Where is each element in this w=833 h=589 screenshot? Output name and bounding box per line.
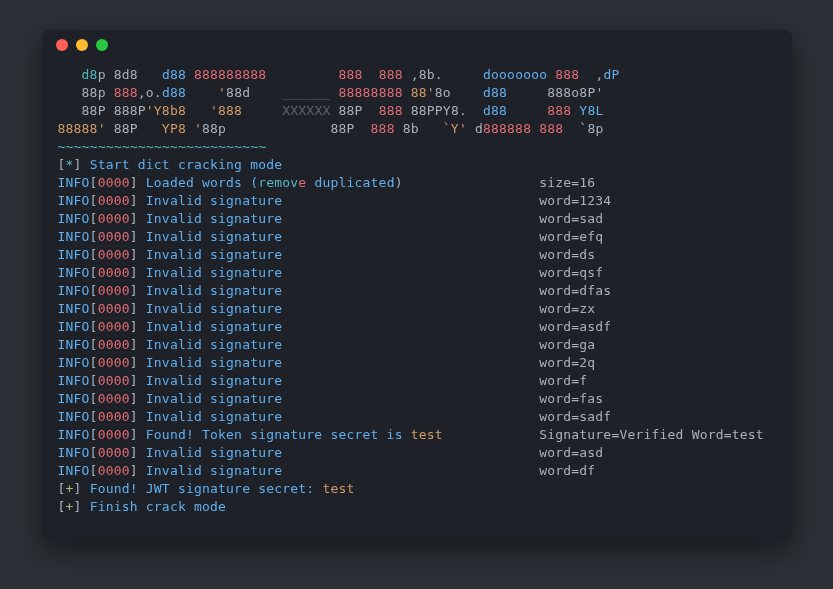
minimize-icon[interactable] <box>76 39 88 51</box>
log-line: INFO[0000] Invalid signature word=efq <box>58 228 776 246</box>
log-line: INFO[0000] Invalid signature word=qsf <box>58 264 776 282</box>
log-line: INFO[0000] Invalid signature word=fas <box>58 390 776 408</box>
log-line: INFO[0000] Invalid signature word=asdf <box>58 318 776 336</box>
log-line: INFO[0000] Invalid signature word=ga <box>58 336 776 354</box>
divider: ~~~~~~~~~~~~~~~~~~~~~~~~~~ <box>58 138 776 156</box>
result-line: [+] Found! JWT signature secret: test <box>58 480 776 498</box>
log-line: INFO[0000] Invalid signature word=2q <box>58 354 776 372</box>
ascii-banner: d8p 8d8 d88 888888888 888 888 ,8b. doooo… <box>58 66 776 138</box>
log-line: INFO[0000] Invalid signature word=asd <box>58 444 776 462</box>
log-line: INFO[0000] Invalid signature word=sadf <box>58 408 776 426</box>
terminal-window: d8p 8d8 d88 888888888 888 888 ,8b. doooo… <box>42 30 792 540</box>
close-icon[interactable] <box>56 39 68 51</box>
log-line: INFO[0000] Invalid signature word=df <box>58 462 776 480</box>
log-loaded: INFO[0000] Loaded words (remove duplicat… <box>58 174 776 192</box>
log-line: INFO[0000] Invalid signature word=dfas <box>58 282 776 300</box>
terminal-output: d8p 8d8 d88 888888888 888 888 ,8b. doooo… <box>42 60 792 540</box>
log-line: INFO[0000] Invalid signature word=zx <box>58 300 776 318</box>
zoom-icon[interactable] <box>96 39 108 51</box>
log-line: INFO[0000] Invalid signature word=1234 <box>58 192 776 210</box>
titlebar <box>42 30 792 60</box>
finish-line: [+] Finish crack mode <box>58 498 776 516</box>
log-line: INFO[0000] Invalid signature word=ds <box>58 246 776 264</box>
start-line: [*] Start dict cracking mode <box>58 156 776 174</box>
log-line: INFO[0000] Invalid signature word=f <box>58 372 776 390</box>
log-body: [*] Start dict cracking modeINFO[0000] L… <box>58 156 776 516</box>
log-line: INFO[0000] Invalid signature word=sad <box>58 210 776 228</box>
log-found: INFO[0000] Found! Token signature secret… <box>58 426 776 444</box>
